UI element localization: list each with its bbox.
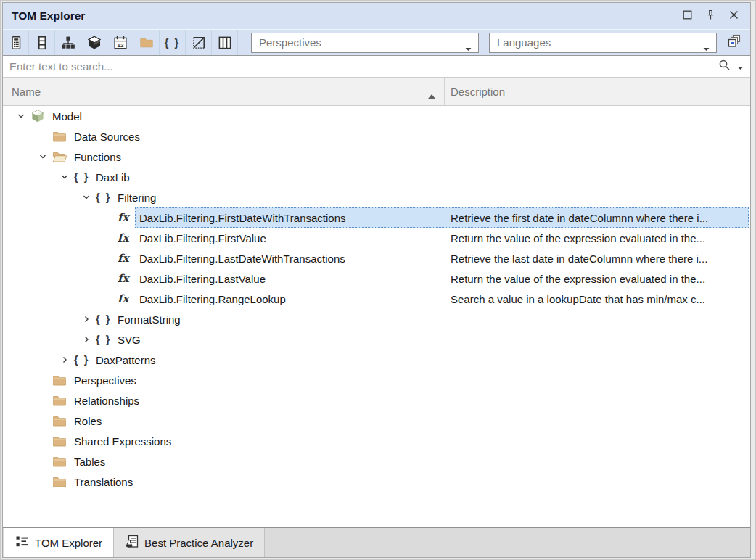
- tree-row[interactable]: fxDaxLib.Filtering.FirstValueReturn the …: [3, 228, 750, 248]
- maximize-button[interactable]: [679, 8, 695, 24]
- tree-item-description: Retrieve the first date in dateColumnn w…: [451, 207, 749, 228]
- search-input[interactable]: [3, 60, 718, 73]
- tree-row[interactable]: Model: [3, 106, 750, 126]
- chevron-right-icon[interactable]: [77, 315, 96, 324]
- chevron-down-icon[interactable]: [77, 193, 96, 202]
- tree-item-description: Return the value of the expression evalu…: [451, 228, 749, 248]
- titlebar: TOM Explorer: [3, 3, 750, 29]
- columns-icon: [218, 36, 232, 50]
- magnifier-icon[interactable]: [718, 59, 731, 74]
- sort-ascending-icon: [427, 89, 436, 102]
- tree-item-description: Return the value of the expression evalu…: [451, 268, 749, 289]
- tree-item-label: Model: [51, 109, 86, 124]
- column-header-name[interactable]: Name: [3, 78, 445, 105]
- tree-row[interactable]: Shared Expressions: [3, 431, 750, 451]
- perspectives-dropdown[interactable]: Perspectives: [251, 33, 479, 53]
- caret-down-icon: [703, 41, 710, 54]
- tree-item-label: DaxLib.Filtering.LastValue: [138, 271, 269, 287]
- perspectives-dropdown-label: Perspectives: [259, 36, 321, 49]
- column-header-row: Name Description: [3, 77, 750, 106]
- pin-button[interactable]: [702, 8, 718, 24]
- tab-best-practice-analyzer[interactable]: Best Practice Analyzer: [114, 528, 265, 557]
- tree-row[interactable]: { }SVG: [3, 329, 750, 350]
- calendar-icon: 12: [113, 36, 128, 50]
- tree-item-label: Perspectives: [73, 373, 140, 388]
- tree-item-label: DaxPatterns: [94, 353, 160, 368]
- chevron-down-icon[interactable]: [55, 173, 74, 181]
- toolbar-icons: 12{ }: [3, 30, 238, 55]
- tree-item-label: Translations: [73, 474, 136, 490]
- tree-row[interactable]: Perspectives: [3, 370, 750, 390]
- close-icon: [728, 9, 739, 23]
- tree-item-label: DaxLib.Filtering.LastDateWithTransaction…: [138, 251, 349, 266]
- hierarchy-button[interactable]: [55, 30, 81, 55]
- tree-row[interactable]: fxDaxLib.Filtering.FirstDateWithTransact…: [3, 207, 750, 228]
- table-button[interactable]: [29, 30, 55, 55]
- tree-row[interactable]: Data Sources: [3, 126, 750, 147]
- tree-item-label: DaxLib: [94, 170, 133, 185]
- tree-row[interactable]: Functions: [3, 147, 750, 167]
- chevron-right-icon[interactable]: [55, 355, 74, 364]
- hierarchy-icon: [61, 36, 75, 50]
- tree-item-label: SVG: [116, 332, 144, 347]
- tree-row[interactable]: fxDaxLib.Filtering.LastValueReturn the v…: [3, 268, 750, 289]
- caret-down-icon: [465, 41, 472, 54]
- tree-row[interactable]: { }DaxPatterns: [3, 350, 750, 370]
- tree-row[interactable]: fxDaxLib.Filtering.RangeLookupSearch a v…: [3, 289, 750, 309]
- calendar-button[interactable]: 12: [107, 30, 133, 55]
- folder-icon: [139, 36, 154, 50]
- tree-item-label: Roles: [73, 413, 105, 429]
- folder-closed-icon: [52, 456, 73, 468]
- table-icon: [35, 36, 49, 50]
- tree-item-description: Retrieve the last date in dateColumnn wh…: [451, 248, 749, 268]
- tree-row[interactable]: fxDaxLib.Filtering.LastDateWithTransacti…: [3, 248, 750, 268]
- chevron-down-icon[interactable]: [33, 152, 52, 161]
- cube-button[interactable]: [81, 30, 107, 55]
- folder-closed-icon: [52, 435, 73, 448]
- braces-icon: { }: [96, 192, 116, 203]
- tree-item-label: Data Sources: [73, 129, 144, 144]
- window-controls: [679, 8, 741, 24]
- languages-dropdown[interactable]: Languages: [489, 33, 717, 53]
- description-column-label: Description: [451, 86, 505, 98]
- folder-closed-icon: [52, 476, 73, 488]
- chevron-down-icon[interactable]: [12, 112, 30, 120]
- calculator-button[interactable]: [3, 30, 29, 55]
- tree: ModelData SourcesFunctions{ }DaxLib{ }Fi…: [3, 106, 750, 527]
- columns-button[interactable]: [212, 30, 238, 55]
- tree-item-label: Filtering: [116, 190, 160, 205]
- tree-row[interactable]: { }DaxLib: [3, 167, 750, 187]
- close-button[interactable]: [726, 8, 741, 24]
- model-icon: [30, 109, 51, 123]
- fx-icon: fx: [118, 231, 138, 244]
- braces-icon: { }: [96, 313, 116, 325]
- window-title: TOM Explorer: [12, 9, 85, 22]
- braces-button[interactable]: { }: [160, 30, 186, 55]
- bottom-tab-strip: TOM Explorer Best Practice Analyzer: [3, 527, 750, 557]
- tree-item-label: Relationships: [73, 393, 143, 408]
- tree-row[interactable]: Relationships: [3, 390, 750, 411]
- search-options-caret-icon[interactable]: [737, 60, 744, 73]
- diagonal-partition-icon: [192, 36, 206, 50]
- folder-closed-icon: [52, 415, 73, 427]
- tree-row[interactable]: Tables: [3, 451, 750, 472]
- folder-button[interactable]: [133, 30, 160, 55]
- folder-open-icon: [52, 151, 73, 163]
- tab-tom-explorer[interactable]: TOM Explorer: [4, 528, 114, 557]
- cube-icon: [87, 36, 102, 50]
- tree-row[interactable]: Roles: [3, 411, 750, 431]
- tree-row[interactable]: Translations: [3, 472, 750, 492]
- column-header-description[interactable]: Description: [445, 78, 505, 105]
- cascade-windows-icon: [727, 34, 741, 52]
- analyzer-icon: [125, 535, 139, 551]
- chevron-right-icon[interactable]: [77, 335, 96, 344]
- tree-row[interactable]: { }Filtering: [3, 187, 750, 207]
- tree-row[interactable]: { }FormatString: [3, 309, 750, 329]
- diagonal-partition-button[interactable]: [186, 30, 212, 55]
- calculator-icon: [9, 36, 23, 50]
- cascade-windows-button[interactable]: [725, 33, 744, 52]
- window-frame: TOM Explorer 12{ } Perspectives Language…: [0, 0, 756, 560]
- fx-icon: fx: [118, 272, 138, 285]
- tab-label: TOM Explorer: [35, 537, 102, 549]
- tree-item-description: Search a value in a lookupDate that has …: [451, 289, 749, 309]
